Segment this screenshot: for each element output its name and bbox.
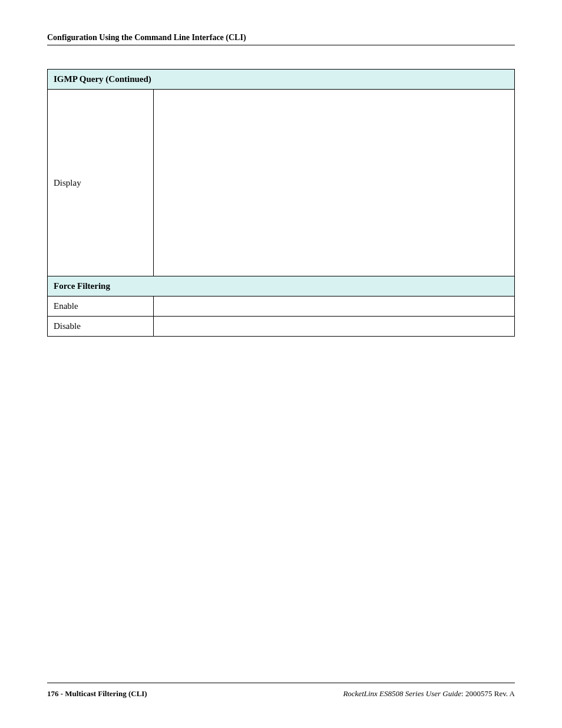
page-header: Configuration Using the Command Line Int…: [47, 33, 515, 45]
row-content-display: [154, 90, 515, 276]
table-row: Display: [48, 90, 515, 276]
footer-product: RocketLinx ES8508 Series User Guide: [343, 689, 461, 698]
page-number: 176: [47, 689, 59, 698]
table-row: Enable: [48, 297, 515, 317]
page-footer: 176 - Multicast Filtering (CLI) RocketLi…: [47, 683, 515, 699]
row-content-enable: [154, 297, 515, 317]
table-row: Disable: [48, 317, 515, 337]
footer-rule: [47, 683, 515, 683]
footer-left-suffix: - Multicast Filtering (CLI): [59, 689, 147, 698]
table-section-row: Force Filtering: [48, 276, 515, 297]
section-header-force-filtering: Force Filtering: [48, 276, 515, 297]
header-title: Configuration Using the Command Line Int…: [47, 33, 246, 42]
cli-reference-table: IGMP Query (Continued) Display Force Fil…: [47, 69, 515, 337]
footer-doc-rev: : 2000575 Rev. A: [461, 689, 515, 698]
row-label-disable: Disable: [48, 317, 154, 337]
section-header-igmp-query: IGMP Query (Continued): [48, 70, 515, 90]
table-section-row: IGMP Query (Continued): [48, 70, 515, 90]
footer-right: RocketLinx ES8508 Series User Guide: 200…: [343, 689, 515, 699]
row-label-display: Display: [48, 90, 154, 276]
row-content-disable: [154, 317, 515, 337]
footer-row: 176 - Multicast Filtering (CLI) RocketLi…: [47, 689, 515, 699]
document-page: Configuration Using the Command Line Int…: [0, 0, 562, 728]
row-label-enable: Enable: [48, 297, 154, 317]
footer-left: 176 - Multicast Filtering (CLI): [47, 689, 147, 699]
